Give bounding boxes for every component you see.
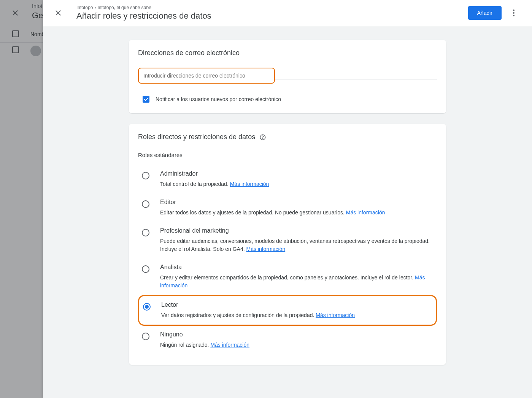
role-name-admin: Administrador bbox=[160, 170, 433, 177]
backdrop-overlay bbox=[0, 0, 43, 398]
role-radio-editor[interactable] bbox=[142, 200, 149, 208]
role-editor[interactable]: EditorEditar todos los datos y ajustes d… bbox=[138, 193, 437, 222]
role-admin[interactable]: AdministradorTotal control de la propied… bbox=[138, 165, 437, 193]
chevron-right-icon: › bbox=[94, 5, 96, 10]
role-desc-editor: Editar todos los datos y ajustes de la p… bbox=[160, 209, 433, 217]
svg-point-1 bbox=[513, 12, 515, 14]
role-learn-more-analyst[interactable]: Más información bbox=[160, 274, 425, 289]
roles-card-title: Roles directos y restricciones de datos bbox=[138, 133, 437, 141]
role-body-admin: AdministradorTotal control de la propied… bbox=[160, 170, 433, 188]
roles-card-title-text: Roles directos y restricciones de datos bbox=[138, 133, 255, 141]
role-desc-admin: Total control de la propiedad. Más infor… bbox=[160, 180, 433, 188]
role-radio-marketer[interactable] bbox=[142, 229, 149, 236]
svg-point-0 bbox=[513, 10, 515, 11]
role-body-none: NingunoNingún rol asignado. Más informac… bbox=[160, 331, 433, 349]
role-analyst[interactable]: AnalistaCrear y editar elementos compart… bbox=[138, 258, 437, 295]
modal-header: Infotopo › Infotopo, el que sabe sabe Añ… bbox=[43, 0, 532, 26]
role-radio-viewer[interactable] bbox=[143, 303, 151, 311]
roles-help-button[interactable] bbox=[259, 134, 266, 141]
role-radio-analyst[interactable] bbox=[142, 265, 149, 273]
modal-body[interactable]: Direcciones de correo electrónico Notifi… bbox=[43, 26, 532, 398]
role-name-none: Ninguno bbox=[160, 331, 433, 338]
breadcrumb: Infotopo › Infotopo, el que sabe sabe bbox=[76, 5, 468, 10]
breadcrumb-leaf[interactable]: Infotopo, el que sabe sabe bbox=[97, 5, 151, 10]
role-name-editor: Editor bbox=[160, 199, 433, 206]
help-icon bbox=[259, 134, 266, 141]
role-radio-none[interactable] bbox=[142, 333, 149, 340]
role-desc-analyst: Crear y editar elementos compartidos de … bbox=[160, 274, 433, 290]
close-icon bbox=[54, 8, 63, 17]
role-none[interactable]: NingunoNingún rol asignado. Más informac… bbox=[138, 326, 437, 354]
email-input-highlight bbox=[138, 68, 275, 84]
role-name-analyst: Analista bbox=[160, 264, 433, 271]
close-button[interactable] bbox=[49, 4, 67, 22]
role-body-analyst: AnalistaCrear y editar elementos compart… bbox=[160, 264, 433, 290]
email-input[interactable] bbox=[143, 73, 270, 79]
roles-list: AdministradorTotal control de la propied… bbox=[138, 165, 437, 354]
role-desc-marketer: Puede editar audiencias, conversiones, m… bbox=[160, 237, 433, 253]
email-underline bbox=[275, 79, 437, 79]
role-learn-more-editor[interactable]: Más información bbox=[346, 209, 385, 216]
role-marketer[interactable]: Profesional del marketingPuede editar au… bbox=[138, 222, 437, 258]
email-card-title: Direcciones de correo electrónico bbox=[138, 49, 437, 57]
page-title: Añadir roles y restricciones de datos bbox=[76, 11, 468, 21]
roles-subhead: Roles estándares bbox=[138, 152, 437, 158]
role-learn-more-none[interactable]: Más información bbox=[210, 342, 249, 348]
email-card: Direcciones de correo electrónico Notifi… bbox=[129, 40, 446, 113]
svg-point-4 bbox=[263, 138, 263, 139]
role-body-editor: EditorEditar todos los datos y ajustes d… bbox=[160, 199, 433, 217]
roles-card: Roles directos y restricciones de datos … bbox=[129, 124, 446, 365]
more-vert-icon bbox=[509, 8, 518, 17]
notify-checkbox[interactable] bbox=[143, 96, 149, 103]
role-learn-more-admin[interactable]: Más información bbox=[230, 181, 269, 187]
more-options-button[interactable] bbox=[505, 4, 523, 22]
add-button[interactable]: Añadir bbox=[468, 6, 502, 20]
role-name-marketer: Profesional del marketing bbox=[160, 227, 433, 234]
role-radio-admin[interactable] bbox=[142, 172, 149, 179]
role-desc-none: Ningún rol asignado. Más información bbox=[160, 341, 433, 349]
role-name-viewer: Lector bbox=[161, 301, 432, 308]
svg-point-2 bbox=[513, 15, 515, 16]
role-desc-viewer: Ver datos registrados y ajustes de confi… bbox=[161, 311, 432, 319]
role-body-viewer: LectorVer datos registrados y ajustes de… bbox=[161, 301, 432, 319]
notify-label: Notificar a los usuarios nuevos por corr… bbox=[156, 96, 281, 102]
breadcrumb-root[interactable]: Infotopo bbox=[76, 5, 93, 10]
role-viewer[interactable]: LectorVer datos registrados y ajustes de… bbox=[138, 295, 437, 326]
check-icon bbox=[143, 96, 149, 102]
role-learn-more-viewer[interactable]: Más información bbox=[316, 312, 355, 318]
modal-panel: Infotopo › Infotopo, el que sabe sabe Añ… bbox=[43, 0, 532, 398]
role-body-marketer: Profesional del marketingPuede editar au… bbox=[160, 227, 433, 253]
role-learn-more-marketer[interactable]: Más información bbox=[246, 246, 285, 252]
